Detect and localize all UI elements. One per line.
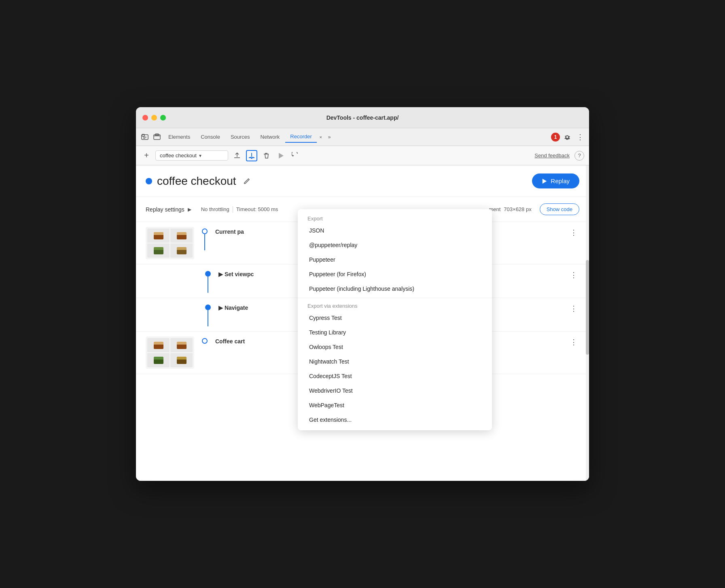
tab-sources[interactable]: Sources — [226, 131, 255, 142]
step-thumbnail — [146, 336, 194, 369]
settings-icon[interactable] — [562, 131, 573, 143]
play-button[interactable] — [275, 150, 286, 161]
replay-settings-label[interactable]: Replay settings — [146, 206, 184, 213]
viewport-size: 703×628 px — [504, 206, 531, 212]
delete-button[interactable] — [261, 150, 272, 161]
more-options-icon[interactable]: ⋮ — [574, 131, 586, 143]
screenshot-icon[interactable] — [151, 131, 163, 143]
step-circle — [205, 271, 211, 277]
step-more-button[interactable]: ⋮ — [568, 336, 579, 348]
main-content: coffee checkout Replay Replay settings ▶… — [136, 165, 589, 481]
export-webpagetest-item[interactable]: WebPageTest — [298, 398, 492, 412]
export-dropdown: Export JSON @puppeteer/replay Puppeteer … — [298, 209, 492, 430]
more-tabs-button[interactable]: » — [325, 133, 334, 142]
settings-arrow-icon: ▶ — [188, 207, 191, 212]
export-puppeteer-item[interactable]: Puppeteer — [298, 252, 492, 267]
error-indicator[interactable]: 1 — [551, 133, 560, 142]
svg-marker-7 — [279, 153, 284, 159]
toolbar-right: Send feedback ? — [534, 151, 584, 161]
svg-marker-8 — [543, 178, 547, 183]
devtools-tab-bar: Elements Console Sources Network Recorde… — [136, 128, 589, 146]
recording-title: coffee checkout — [157, 175, 236, 188]
step-more-button[interactable]: ⋮ — [568, 227, 579, 238]
step-circle — [202, 228, 208, 234]
step-connector — [204, 269, 212, 293]
recording-header: coffee checkout Replay — [136, 165, 589, 197]
viewport-controls: ment 703×628 px Show code — [489, 203, 579, 215]
window-title: DevTools - coffee-cart.app/ — [326, 114, 399, 121]
recording-status-dot — [146, 178, 152, 184]
tab-console[interactable]: Console — [196, 131, 225, 142]
settings-divider — [233, 206, 233, 213]
chevron-down-icon: ▾ — [199, 153, 201, 159]
show-code-button[interactable]: Show code — [540, 203, 579, 215]
tab-recorder[interactable]: Recorder — [285, 131, 316, 143]
export-puppeteer-firefox-item[interactable]: Puppeteer (for Firefox) — [298, 267, 492, 281]
step-more-button[interactable]: ⋮ — [568, 269, 579, 281]
send-feedback-link[interactable]: Send feedback — [534, 152, 570, 159]
devtools-window: DevTools - coffee-cart.app/ Elements Con… — [136, 107, 589, 481]
export-owloops-item[interactable]: Owloops Test — [298, 340, 492, 354]
step-connector — [204, 303, 212, 326]
export-nightwatch-item[interactable]: Nightwatch Test — [298, 354, 492, 369]
dropdown-divider — [298, 298, 492, 298]
step-connector — [201, 227, 209, 250]
recorder-tab-close[interactable]: × — [318, 134, 324, 140]
edit-title-button[interactable] — [241, 176, 252, 187]
replay-button[interactable]: Replay — [532, 173, 579, 188]
step-circle — [205, 305, 211, 310]
export-testing-library-item[interactable]: Testing Library — [298, 325, 492, 340]
export-section-label: Export — [298, 212, 492, 223]
export-webdriverio-item[interactable]: WebdriverIO Test — [298, 383, 492, 398]
step-thumbnail — [146, 227, 194, 259]
export-codeceptjs-item[interactable]: CodeceptJS Test — [298, 369, 492, 383]
export-puppeteer-replay-item[interactable]: @puppeteer/replay — [298, 238, 492, 252]
export-puppeteer-lighthouse-item[interactable]: Puppeteer (including Lighthouse analysis… — [298, 281, 492, 296]
tab-network[interactable]: Network — [256, 131, 285, 142]
add-recording-button[interactable]: + — [141, 150, 152, 161]
settings-details: No throttling Timeout: 5000 ms — [201, 206, 278, 213]
scrollbar-track — [586, 165, 589, 481]
tabs-right-actions: 1 ⋮ — [551, 131, 586, 143]
loop-button[interactable] — [290, 150, 301, 161]
export-via-extensions-label: Export via extensions — [298, 300, 492, 311]
step-circle — [202, 338, 208, 344]
export-cypress-item[interactable]: Cypress Test — [298, 311, 492, 325]
maximize-button[interactable] — [160, 115, 166, 121]
titlebar: DevTools - coffee-cart.app/ — [136, 107, 589, 128]
recording-selector[interactable]: coffee checkout ▾ — [155, 150, 228, 161]
recording-selector-name: coffee checkout — [160, 152, 197, 159]
download-button[interactable] — [246, 150, 257, 161]
no-throttling-label: No throttling — [201, 206, 229, 212]
recorder-toolbar: + coffee checkout ▾ — [136, 146, 589, 165]
step-connector — [201, 336, 209, 344]
help-button[interactable]: ? — [574, 151, 584, 161]
get-extensions-item[interactable]: Get extensions... — [298, 412, 492, 427]
scrollbar-thumb[interactable] — [586, 260, 589, 355]
tab-elements[interactable]: Elements — [163, 131, 195, 142]
traffic-lights — [142, 115, 166, 121]
recorder-icon[interactable] — [139, 131, 151, 143]
export-json-item[interactable]: JSON — [298, 223, 492, 238]
step-more-button[interactable]: ⋮ — [568, 303, 579, 314]
timeout-label: Timeout: 5000 ms — [236, 206, 278, 212]
upload-button[interactable] — [231, 150, 243, 161]
close-button[interactable] — [142, 115, 148, 121]
minimize-button[interactable] — [151, 115, 157, 121]
